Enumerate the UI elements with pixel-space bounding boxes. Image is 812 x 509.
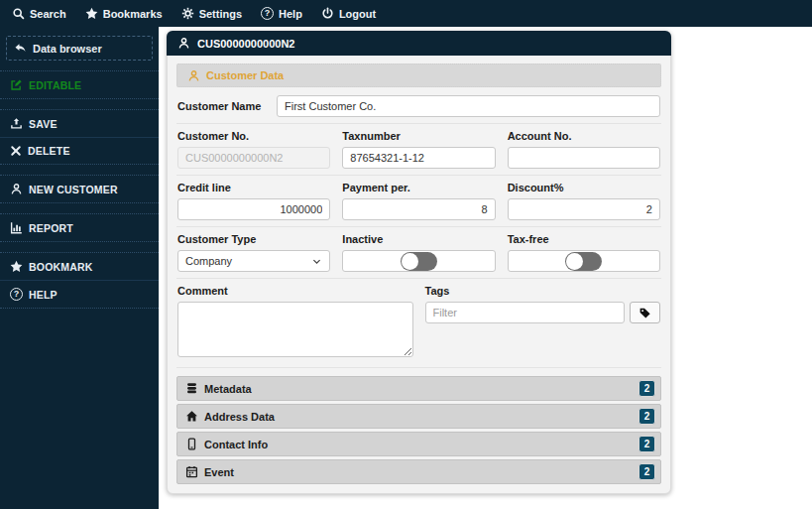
chevron-down-icon	[311, 256, 322, 267]
sidebar-editable-label: EDITABLE	[29, 79, 81, 91]
upload-icon	[10, 117, 23, 130]
data-browser-label: Data browser	[33, 43, 102, 55]
power-icon	[321, 7, 334, 20]
sidebar-item-bookmark[interactable]: BOOKMARK	[0, 253, 159, 280]
mobile-icon	[185, 438, 198, 450]
sidebar-report-label: REPORT	[29, 222, 73, 234]
database-icon	[185, 382, 198, 395]
comment-textarea[interactable]	[177, 302, 413, 357]
field-customer-type: Customer Type Company	[177, 233, 330, 272]
account-no-input[interactable]	[508, 147, 660, 169]
inactive-toggle[interactable]	[401, 252, 437, 271]
menu-logout[interactable]: Logout	[321, 7, 376, 20]
x-icon	[10, 145, 22, 157]
row-customer-name: Customer Name	[176, 89, 661, 124]
credit-line-label: Credit line	[177, 182, 330, 193]
field-tags: Tags	[425, 285, 661, 361]
person-icon	[177, 37, 190, 50]
customer-name-label: Customer Name	[177, 100, 277, 112]
customer-card-header: CUS0000000000N2	[167, 31, 671, 56]
sidebar-bookmark-label: BOOKMARK	[29, 261, 93, 273]
edit-icon	[10, 78, 23, 91]
taxnumber-input[interactable]	[342, 147, 495, 169]
sidebar-item-editable: EDITABLE	[0, 71, 159, 98]
account-no-label: Account No.	[508, 130, 660, 142]
sidebar: Data browser EDITABLE SAVE DELETE	[0, 27, 159, 509]
customer-card: CUS0000000000N2 Customer Data Customer N…	[167, 31, 671, 494]
menu-bookmarks-label: Bookmarks	[103, 8, 163, 20]
field-customer-no: Customer No.	[177, 130, 330, 169]
top-menu-bar: Search Bookmarks Settings ? Help Logout	[0, 0, 812, 27]
customer-no-input	[177, 147, 330, 169]
customer-data-section-header[interactable]: Customer Data	[176, 64, 661, 87]
calendar-icon	[185, 465, 198, 478]
accordion-event-label: Event	[204, 466, 633, 478]
field-comment: Comment	[177, 285, 413, 361]
row-finance: Credit line Payment per. Discount%	[176, 176, 661, 227]
payment-per-label: Payment per.	[342, 182, 495, 193]
star-icon	[85, 7, 98, 20]
accordion-contact-info[interactable]: Contact Info 2	[176, 432, 661, 456]
tax-free-toggle[interactable]	[565, 252, 602, 271]
sidebar-group-report: REPORT	[0, 213, 159, 242]
menu-help[interactable]: ? Help	[261, 7, 302, 20]
customer-type-select[interactable]: Company	[177, 250, 330, 272]
sidebar-new-customer-label: NEW CUSTOMER	[29, 184, 118, 195]
accordion-address-data[interactable]: Address Data 2	[176, 404, 661, 429]
field-taxnumber: Taxnumber	[342, 130, 495, 169]
chart-icon	[10, 221, 23, 234]
sidebar-delete-label: DELETE	[28, 145, 70, 157]
data-browser-button[interactable]: Data browser	[6, 36, 153, 61]
sidebar-item-save[interactable]: SAVE	[0, 110, 159, 137]
accordion-list: Metadata 2 Address Data 2 Contact Info 2	[176, 376, 661, 484]
sidebar-help-label: HELP	[29, 289, 58, 301]
customer-type-value: Company	[185, 255, 232, 267]
toggle-knob	[566, 253, 583, 270]
customer-type-label: Customer Type	[177, 233, 330, 245]
event-count-badge: 2	[638, 463, 655, 480]
field-payment-per: Payment per.	[342, 182, 495, 220]
tag-icon	[638, 307, 651, 319]
field-discount: Discount%	[508, 182, 660, 220]
customer-no-label: Customer No.	[177, 130, 330, 142]
sidebar-group-bookmark-help: BOOKMARK ? HELP	[0, 252, 159, 309]
menu-search[interactable]: Search	[12, 7, 66, 20]
accordion-metadata[interactable]: Metadata 2	[176, 376, 661, 401]
taxnumber-label: Taxnumber	[342, 130, 495, 142]
discount-input[interactable]	[508, 198, 660, 220]
field-credit-line: Credit line	[177, 182, 330, 220]
menu-settings-label: Settings	[199, 8, 242, 20]
search-icon	[12, 7, 25, 20]
tags-label: Tags	[425, 285, 661, 297]
accordion-event[interactable]: Event 2	[176, 459, 661, 484]
tags-filter-input[interactable]	[425, 302, 626, 323]
tax-free-toggle-box	[508, 250, 660, 272]
menu-settings[interactable]: Settings	[181, 7, 242, 20]
menu-search-label: Search	[30, 8, 66, 20]
sidebar-item-help[interactable]: ? HELP	[0, 280, 159, 308]
customer-id-title: CUS0000000000N2	[197, 38, 294, 50]
sidebar-group-new-customer: NEW CUSTOMER	[0, 175, 159, 203]
sidebar-group-status: EDITABLE	[0, 70, 159, 99]
menu-logout-label: Logout	[339, 8, 376, 20]
contact-info-count-badge: 2	[638, 436, 655, 452]
row-numbers: Customer No. Taxnumber Account No.	[176, 124, 661, 176]
credit-line-input[interactable]	[177, 198, 330, 220]
accordion-metadata-label: Metadata	[204, 383, 633, 395]
customer-name-input[interactable]	[277, 95, 660, 117]
accordion-address-data-label: Address Data	[204, 411, 633, 423]
sidebar-item-report[interactable]: REPORT	[0, 214, 159, 241]
payment-per-input[interactable]	[342, 198, 495, 220]
sidebar-item-delete[interactable]: DELETE	[0, 137, 159, 164]
sidebar-group-save-delete: SAVE DELETE	[0, 109, 159, 165]
menu-bookmarks[interactable]: Bookmarks	[85, 7, 163, 20]
sidebar-save-label: SAVE	[29, 118, 58, 130]
sidebar-item-new-customer[interactable]: NEW CUSTOMER	[0, 176, 159, 202]
person-icon	[187, 69, 200, 82]
row-comment-tags: Comment Tags	[176, 279, 661, 368]
gear-icon	[181, 7, 194, 20]
inactive-label: Inactive	[342, 233, 495, 245]
tag-button[interactable]	[630, 302, 660, 323]
star-icon	[10, 260, 23, 273]
home-icon	[185, 410, 198, 423]
